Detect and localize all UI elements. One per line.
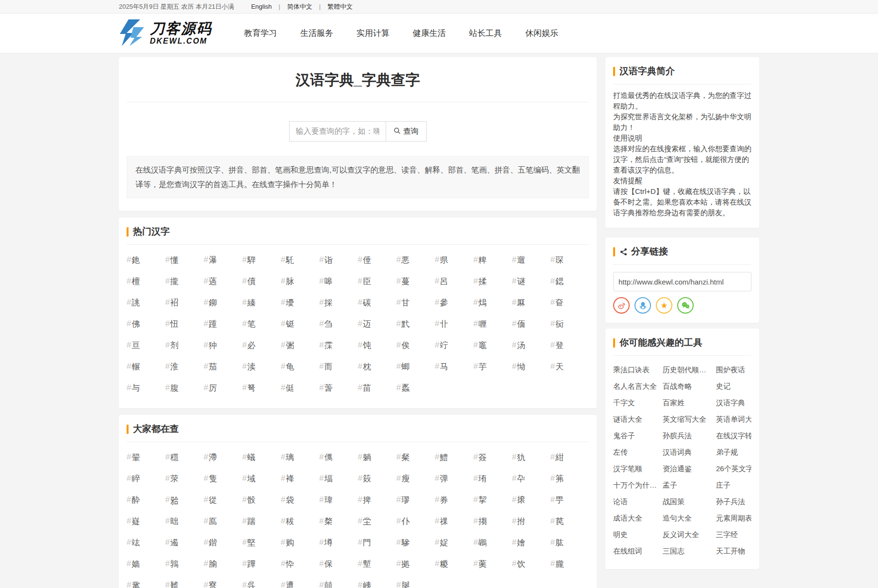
- tool-link[interactable]: 孙膑兵法: [663, 428, 712, 444]
- hanzi-link[interactable]: #驂: [396, 532, 435, 553]
- tool-link[interactable]: 汉语词典: [663, 444, 712, 461]
- weibo-icon[interactable]: [613, 297, 630, 314]
- lang-english[interactable]: English: [248, 3, 284, 10]
- share-url-input[interactable]: [613, 272, 751, 291]
- wechat-icon[interactable]: [677, 297, 694, 314]
- hanzi-link[interactable]: #衏: [551, 313, 589, 334]
- hanzi-link[interactable]: #薖: [204, 270, 242, 292]
- hanzi-link[interactable]: #楘: [319, 510, 358, 532]
- hanzi-link[interactable]: #域: [242, 468, 280, 489]
- hanzi-link[interactable]: #购: [281, 532, 319, 553]
- hanzi-link[interactable]: #簽: [473, 446, 512, 468]
- tool-link[interactable]: 26个英文字母: [716, 461, 751, 477]
- hanzi-link[interactable]: #搊: [473, 510, 512, 532]
- hanzi-link[interactable]: #霂: [319, 334, 358, 356]
- hanzi-link[interactable]: #马: [435, 356, 473, 377]
- hanzi-link[interactable]: #嬒: [512, 532, 550, 553]
- nav-item-calculators[interactable]: 实用计算: [345, 23, 401, 44]
- hanzi-link[interactable]: #刍: [319, 313, 358, 334]
- tool-link[interactable]: 在线汉字转…: [716, 428, 751, 444]
- tool-link[interactable]: 围炉夜话: [716, 362, 751, 378]
- tool-link[interactable]: 千字文: [613, 395, 659, 411]
- hanzi-link[interactable]: #喱: [473, 313, 512, 334]
- tool-link[interactable]: 庄子: [716, 477, 751, 493]
- hanzi-link[interactable]: #笔: [242, 313, 280, 334]
- tool-link[interactable]: 成语大全: [613, 510, 659, 526]
- nav-item-life-services[interactable]: 生活服务: [289, 23, 345, 44]
- hanzi-link[interactable]: #保: [319, 553, 358, 574]
- tool-link[interactable]: 英语单词大全: [716, 411, 751, 428]
- hanzi-link[interactable]: #揉: [473, 270, 512, 292]
- hanzi-link[interactable]: #璃: [281, 446, 319, 468]
- hanzi-link[interactable]: #呂: [435, 270, 473, 292]
- hanzi-link[interactable]: #踵: [204, 313, 242, 334]
- tool-link[interactable]: 在线组词: [613, 543, 659, 559]
- hanzi-link[interactable]: #甼: [551, 489, 589, 510]
- hanzi-link[interactable]: #鱧: [435, 446, 473, 468]
- hanzi-link[interactable]: #厉: [204, 377, 242, 398]
- hanzi-link[interactable]: #瑋: [319, 489, 358, 510]
- hanzi-link[interactable]: #虦: [165, 574, 203, 588]
- tool-link[interactable]: 乘法口诀表: [613, 362, 659, 378]
- hanzi-link[interactable]: #熓: [473, 292, 512, 313]
- hanzi-link[interactable]: #苠: [551, 510, 589, 532]
- hanzi-link[interactable]: #诣: [319, 249, 358, 270]
- tool-link[interactable]: 汉字笔顺: [613, 461, 659, 477]
- hanzi-link[interactable]: #鉚: [204, 292, 242, 313]
- hanzi-link[interactable]: #糉: [435, 553, 473, 574]
- hanzi-link[interactable]: #誂: [127, 292, 165, 313]
- hanzi-link[interactable]: #竈: [473, 334, 512, 356]
- hanzi-link[interactable]: #県: [435, 249, 473, 270]
- hanzi-link[interactable]: #祼: [435, 510, 473, 532]
- hanzi-link[interactable]: #肱: [551, 532, 589, 553]
- hanzi-link[interactable]: #囍: [319, 574, 358, 588]
- hanzi-link[interactable]: #嫱: [127, 553, 165, 574]
- hanzi-link[interactable]: #紺: [551, 446, 589, 468]
- hanzi-link[interactable]: #骰: [242, 489, 280, 510]
- tool-link[interactable]: 反义词大全: [663, 526, 712, 543]
- tool-link[interactable]: 天工开物: [716, 543, 751, 559]
- hanzi-link[interactable]: #從: [204, 489, 242, 510]
- hanzi-link[interactable]: #蝍: [396, 356, 435, 377]
- hanzi-link[interactable]: #穩: [165, 446, 203, 468]
- hanzi-link[interactable]: #饮: [512, 553, 550, 574]
- hanzi-link[interactable]: #甘: [396, 292, 435, 313]
- hanzi-link[interactable]: #滯: [204, 446, 242, 468]
- hanzi-link[interactable]: #悪: [396, 249, 435, 270]
- hanzi-link[interactable]: #臣: [358, 270, 396, 292]
- hanzi-link[interactable]: #渎: [242, 356, 280, 377]
- hanzi-link[interactable]: #寮: [204, 574, 242, 588]
- hanzi-link[interactable]: #薁: [473, 553, 512, 574]
- nav-item-webmaster-tools[interactable]: 站长工具: [457, 23, 514, 44]
- hanzi-link[interactable]: #笰: [551, 468, 589, 489]
- hanzi-link[interactable]: #天: [551, 356, 589, 377]
- hanzi-link[interactable]: #腧: [204, 553, 242, 574]
- tool-link[interactable]: 十万个为什…: [613, 477, 659, 493]
- hanzi-link[interactable]: #蔓: [396, 270, 435, 292]
- nav-item-health[interactable]: 健康生活: [401, 23, 457, 44]
- hanzi-link[interactable]: #蟸: [396, 377, 435, 398]
- hanzi-link[interactable]: #堅: [242, 532, 280, 553]
- tool-link[interactable]: 左传: [613, 444, 659, 461]
- hanzi-link[interactable]: #鳫: [204, 510, 242, 532]
- hanzi-link[interactable]: #荥: [165, 468, 203, 489]
- hanzi-link[interactable]: #鍇: [204, 532, 242, 553]
- hanzi-link[interactable]: #朧: [551, 553, 589, 574]
- hanzi-link[interactable]: #騨: [242, 249, 280, 270]
- hanzi-link[interactable]: #參: [435, 292, 473, 313]
- qq-icon[interactable]: [634, 297, 651, 314]
- tool-link[interactable]: 名人名言大全: [613, 378, 659, 395]
- hanzi-link[interactable]: #鍶: [551, 270, 589, 292]
- hanzi-link[interactable]: #与: [127, 377, 165, 398]
- hanzi-link[interactable]: #侹: [281, 377, 319, 398]
- hanzi-link[interactable]: #苗: [358, 377, 396, 398]
- hanzi-link[interactable]: #弩: [242, 377, 280, 398]
- hanzi-link[interactable]: #縥: [242, 292, 280, 313]
- hanzi-link[interactable]: #偭: [512, 313, 550, 334]
- hanzi-link[interactable]: #攏: [165, 270, 203, 292]
- hanzi-link[interactable]: #怮: [512, 356, 550, 377]
- hanzi-link[interactable]: #粲: [396, 446, 435, 468]
- hanzi-link[interactable]: #墫: [319, 532, 358, 553]
- hanzi-link[interactable]: #堛: [319, 468, 358, 489]
- nav-item-education[interactable]: 教育学习: [232, 23, 289, 44]
